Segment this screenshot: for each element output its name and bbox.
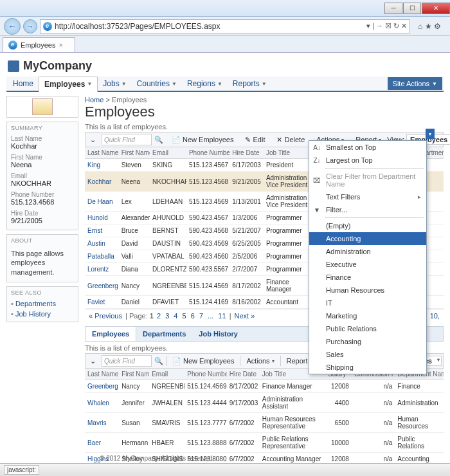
close-tab-icon[interactable]: × xyxy=(59,41,62,49)
column-header[interactable]: First Name xyxy=(119,147,150,159)
filter-smallest-on-top[interactable]: A↓Smallest on Top xyxy=(309,141,426,154)
menu-countries[interactable]: Countries▼ xyxy=(132,77,182,91)
column-header[interactable]: Email xyxy=(150,147,186,159)
edit-button[interactable]: ✎ Edit xyxy=(242,134,268,145)
column-header[interactable]: Phone Number xyxy=(186,147,230,159)
status-text: javascript: xyxy=(4,465,39,475)
filter-value-finance[interactable]: Finance xyxy=(309,271,426,284)
filter-value-human-resources[interactable]: Human Resources xyxy=(309,284,426,297)
pager-page[interactable]: 2 xyxy=(156,312,162,320)
browser-tools[interactable]: ⌂ ★ ⚙ xyxy=(413,19,446,33)
quick-find-input[interactable]: Quick Find xyxy=(102,134,152,145)
filter-value-public-relations[interactable]: Public Relations xyxy=(309,322,426,335)
filter-ellipsis[interactable]: ▼Filter... xyxy=(309,203,426,216)
filter-empty[interactable]: (Empty) xyxy=(309,219,426,232)
brand-logo-icon xyxy=(8,60,19,72)
column-header[interactable]: Email xyxy=(149,369,184,380)
sort-asc-icon: A↓ xyxy=(312,144,321,151)
menu-employees[interactable]: Employees▼ xyxy=(39,77,98,93)
see-also-box: SEE ALSO Departments Job History xyxy=(6,286,78,322)
breadcrumb-home[interactable]: Home xyxy=(85,96,104,104)
actions-dropdown-2[interactable]: Actions ▾ xyxy=(243,356,277,366)
main-menu: Home Employees▼ Jobs▼ Countries▼ Regions… xyxy=(6,77,444,92)
filter-menu: A↓Smallest on Top Z↓Largest on Top ⌧Clea… xyxy=(309,140,427,374)
clear-filter-icon: ⌧ xyxy=(312,177,321,184)
pager-page[interactable]: 7 xyxy=(198,312,204,320)
column-header[interactable]: Last Name xyxy=(85,369,119,380)
filter-value-shipping[interactable]: Shipping xyxy=(309,361,426,374)
subtab-departments[interactable]: Departments xyxy=(136,327,192,341)
browser-tab-employees[interactable]: Employees × xyxy=(3,37,75,52)
pager-page[interactable]: 11 xyxy=(217,312,227,320)
pager-next[interactable]: Next » xyxy=(233,312,256,320)
column-header[interactable]: Phone Number xyxy=(184,369,226,380)
menu-reports[interactable]: Reports▼ xyxy=(228,77,272,91)
filter-value-sales[interactable]: Sales xyxy=(309,348,426,361)
table-row[interactable]: BaerHermannHBAER515.123.88886/7/2002Publ… xyxy=(85,433,444,453)
funnel-icon: ▼ xyxy=(312,206,321,214)
address-tools: ▾ | → ☒ ↻ ✕ xyxy=(366,22,407,30)
column-header[interactable]: First Name xyxy=(119,369,149,380)
filter-value-executive[interactable]: Executive xyxy=(309,258,426,271)
summary-box: SUMMARY Last Name Kochhar First Name Nee… xyxy=(6,122,78,230)
pager-page[interactable]: ... xyxy=(206,312,215,320)
table-row[interactable]: WhalenJenniferJWHALEN515.123.44449/17/20… xyxy=(85,393,444,413)
window-maximize-button[interactable]: ☐ xyxy=(403,3,421,14)
browser-nav-row: ← → http://localhost:37523/Pages/EMPLOYE… xyxy=(0,17,450,36)
pager-prev[interactable]: « Previous xyxy=(87,312,123,320)
new-employees-button[interactable]: 📄 New Employees xyxy=(168,134,237,145)
table-row[interactable]: MavrisSusanSMAVRIS515.123.77776/7/2002Hu… xyxy=(85,413,444,433)
subtab-employees[interactable]: Employees xyxy=(86,327,136,341)
table-row[interactable]: GreenbergNancyNGREENBE515.124.45698/17/2… xyxy=(85,380,444,393)
pager-page[interactable]: 1 xyxy=(150,312,154,320)
column-header[interactable]: Job Title xyxy=(264,147,315,159)
status-bar: javascript: xyxy=(0,463,450,476)
sort-desc-icon: Z↓ xyxy=(312,157,321,164)
browser-forward-button[interactable]: → xyxy=(23,19,37,33)
site-actions-button[interactable]: Site Actions▼ xyxy=(388,77,442,90)
column-header[interactable]: Hire Date xyxy=(227,369,260,380)
column-filter-button[interactable]: ▾ xyxy=(426,129,435,139)
pager-page[interactable]: 5 xyxy=(181,312,188,320)
menu-jobs[interactable]: Jobs▼ xyxy=(98,77,131,91)
filter-value-administration[interactable]: Administration xyxy=(309,245,426,258)
filter-clear[interactable]: ⌧Clear Filter from Department Name xyxy=(309,170,426,190)
page-title: Employees xyxy=(85,104,444,120)
subtab-job-history[interactable]: Job History xyxy=(192,327,244,341)
filter-value-accounting[interactable]: Accounting xyxy=(309,232,426,245)
new-employees-button-2[interactable]: 📄 New Employees xyxy=(169,356,237,367)
window-minimize-button[interactable]: ─ xyxy=(384,3,402,14)
search-icon[interactable]: 🔍 xyxy=(154,357,163,365)
see-also-departments[interactable]: Departments xyxy=(7,298,78,309)
menu-home[interactable]: Home xyxy=(8,77,39,91)
filter-largest-on-top[interactable]: Z↓Largest on Top xyxy=(309,154,426,167)
quick-find-input-2[interactable]: Quick Find xyxy=(102,355,152,367)
grid1-desc: This is a list of employees. xyxy=(85,123,444,131)
filter-text-filters[interactable]: Text Filters▸ xyxy=(309,190,426,203)
see-also-job-history[interactable]: Job History xyxy=(7,309,78,319)
brand: MyCompany xyxy=(8,59,92,73)
chevron-down-icon[interactable]: ⌄ xyxy=(87,356,99,367)
column-header[interactable]: Last Name xyxy=(85,147,119,159)
copyright: © 2012 MyCompany. All rights reserved. xyxy=(100,455,214,462)
browser-back-button[interactable]: ← xyxy=(4,18,21,35)
pager-page[interactable]: 3 xyxy=(164,312,170,320)
window-titlebar: ─ ☐ ✕ xyxy=(0,0,450,17)
breadcrumb: Home > Employees xyxy=(85,96,444,104)
filter-value-purchasing[interactable]: Purchasing xyxy=(309,335,426,348)
menu-regions[interactable]: Regions▼ xyxy=(182,77,228,91)
address-bar[interactable]: http://localhost:37523/Pages/EMPLOYEES.a… xyxy=(40,19,410,33)
search-icon[interactable]: 🔍 xyxy=(154,136,163,144)
chevron-down-icon[interactable]: ⌄ xyxy=(87,134,99,145)
window-close-button[interactable]: ✕ xyxy=(422,3,450,14)
filter-value-it[interactable]: IT xyxy=(309,297,426,309)
filter-value-marketing[interactable]: Marketing xyxy=(309,309,426,322)
delete-button[interactable]: ✕ Delete xyxy=(273,134,308,145)
column-header[interactable]: Hire Date xyxy=(230,147,264,159)
browser-tabs: Employees × xyxy=(0,36,450,53)
pager-page[interactable]: 4 xyxy=(172,312,179,320)
pager-page[interactable]: 6 xyxy=(190,312,196,320)
about-box: ABOUT This page allows employees managem… xyxy=(6,234,78,282)
page-icon xyxy=(8,41,17,50)
employees-subgrid: Last NameFirst NameEmailPhone NumberHire… xyxy=(85,369,444,466)
